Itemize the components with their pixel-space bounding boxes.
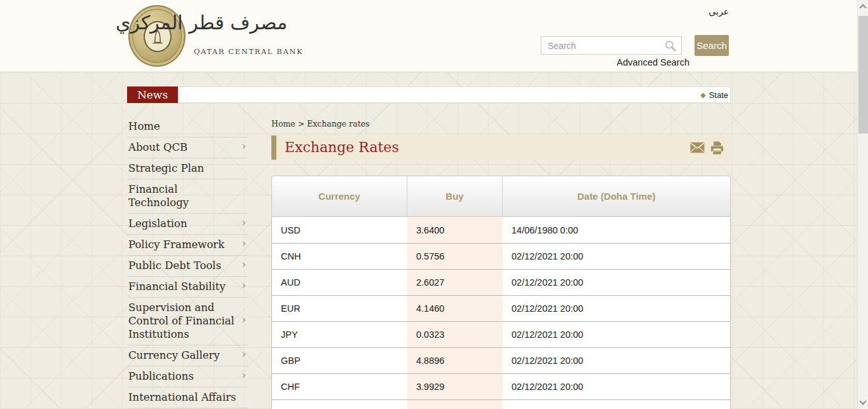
sidebar-item-label: Strategic Plan — [128, 162, 204, 174]
chevron-right-icon: › — [242, 140, 246, 153]
sidebar-item-currency-gallery[interactable]: Currency Gallery › — [127, 345, 248, 366]
chevron-right-icon: › — [242, 348, 246, 361]
chevron-right-icon: › — [242, 369, 246, 382]
table-row: JPY 0.0323 02/12/2021 20:00 — [272, 321, 730, 347]
page-title: Exchange Rates — [285, 135, 399, 160]
sidebar-item-strategic-plan[interactable]: Strategic Plan — [127, 158, 248, 179]
print-icon[interactable] — [710, 141, 724, 155]
table-header-row: Currency Buy Date (Doha Time) — [271, 176, 731, 217]
table-row: AUD 2.6027 02/12/2021 20:00 — [272, 269, 730, 295]
column-header-date: Date (Doha Time) — [503, 176, 730, 216]
qcb-logo[interactable]: مصرف قطر المركزي QATAR CENTRAL BANK — [128, 5, 281, 69]
table-row-partial — [272, 399, 730, 409]
buy-cell — [407, 400, 503, 409]
sidebar-item-financial-technology[interactable]: Financial Technology — [127, 179, 248, 214]
breadcrumb: Home > Exchange rates — [271, 116, 731, 128]
buy-cell: 0.5756 — [407, 244, 503, 269]
chevron-right-icon: › — [242, 279, 246, 293]
news-ticker-item[interactable]: State — [709, 90, 728, 100]
currency-cell: GBP — [272, 348, 407, 373]
sidebar-item-supervision-control[interactable]: Supervision and Control of Financial Ins… — [127, 298, 248, 345]
search-input[interactable] — [541, 36, 682, 55]
date-cell: 02/12/2021 20:00 — [503, 374, 730, 399]
buy-cell: 0.0323 — [407, 322, 503, 347]
browser-scrollbar[interactable] — [857, 0, 868, 409]
sidebar-item-policy-framework[interactable]: Policy Framework › — [127, 235, 248, 256]
currency-cell: CHF — [272, 374, 407, 399]
chevron-right-icon: › — [242, 237, 246, 251]
date-cell: 02/12/2021 20:00 — [503, 348, 730, 373]
breadcrumb-separator: > — [298, 119, 304, 128]
sidebar-item-label: About QCB — [128, 141, 187, 153]
diamond-bullet-icon: ◆ — [700, 91, 705, 99]
sidebar-item-label: Financial Stability — [128, 281, 226, 293]
sidebar-nav: Home About QCB › Strategic Plan Financia… — [127, 116, 248, 409]
currency-cell: AUD — [272, 270, 407, 295]
chevron-right-icon: › — [242, 258, 246, 272]
date-cell: 02/12/2021 20:00 — [503, 322, 730, 347]
table-row: GBP 4.8896 02/12/2021 20:00 — [272, 347, 730, 373]
sidebar-item-label: Financial Technology — [128, 183, 189, 209]
news-section-label: News — [127, 87, 178, 103]
page-title-banner: Exchange Rates — [271, 135, 731, 160]
sidebar-item-label: International Affairs — [128, 391, 236, 403]
sidebar-item-label: Supervision and Control of Financial Ins… — [128, 302, 234, 340]
sidebar-item-publications[interactable]: Publications › — [127, 366, 248, 387]
currency-cell: USD — [272, 217, 407, 243]
main-content: Home > Exchange rates Exchange Rates — [271, 116, 731, 128]
date-cell: 02/12/2021 20:00 — [503, 296, 730, 321]
sidebar-item-label: Publications — [128, 370, 194, 382]
currency-cell: EUR — [272, 296, 407, 321]
news-ticker: ◆ State — [178, 87, 731, 103]
buy-cell: 3.6400 — [407, 217, 503, 243]
arabic-language-link[interactable]: عربى — [709, 6, 729, 17]
breadcrumb-home-link[interactable]: Home — [271, 119, 295, 128]
search-button[interactable]: Search — [695, 35, 729, 56]
table-row: USD 3.6400 14/06/1980 0:00 — [272, 217, 730, 243]
scrollbar-down-arrow-icon[interactable] — [859, 398, 866, 405]
breadcrumb-current: Exchange rates — [307, 119, 369, 128]
buy-cell: 3.9929 — [407, 374, 503, 399]
date-cell: 02/12/2021 20:00 — [503, 270, 730, 295]
chevron-right-icon: › — [242, 314, 246, 327]
page-action-icons — [690, 135, 724, 160]
sidebar-item-home[interactable]: Home — [127, 116, 248, 137]
sidebar-item-financial-stability[interactable]: Financial Stability › — [127, 277, 248, 298]
buy-cell: 4.8896 — [407, 348, 503, 373]
currency-cell: JPY — [272, 322, 407, 347]
sidebar-item-label: Legislation — [128, 218, 187, 230]
column-header-buy: Buy — [407, 176, 503, 216]
column-header-currency: Currency — [272, 176, 407, 216]
scrollbar-thumb[interactable] — [858, 16, 868, 134]
currency-cell: CNH — [272, 244, 407, 269]
table-row: CHF 3.9929 02/12/2021 20:00 — [272, 373, 730, 399]
buy-cell: 2.6027 — [407, 270, 503, 295]
sidebar-item-international-affairs[interactable]: International Affairs — [127, 387, 248, 408]
sidebar-item-label: Home — [128, 120, 160, 132]
scrollbar-up-arrow-icon[interactable] — [859, 4, 866, 11]
title-accent-bar — [271, 135, 276, 160]
sidebar-item-legislation[interactable]: Legislation › — [127, 214, 248, 235]
table-row: EUR 4.1460 02/12/2021 20:00 — [272, 295, 730, 321]
buy-cell: 4.1460 — [407, 296, 503, 321]
sidebar-item-label: Currency Gallery — [128, 349, 220, 361]
chevron-right-icon: › — [242, 216, 246, 230]
currency-cell — [272, 400, 407, 409]
email-icon[interactable] — [690, 141, 705, 155]
table-row: CNH 0.5756 02/12/2021 20:00 — [272, 243, 730, 269]
site-header: مصرف قطر المركزي QATAR CENTRAL BANK عربى… — [0, 0, 857, 72]
sidebar-item-label: Policy Framework — [128, 239, 224, 251]
date-cell: 14/06/1980 0:00 — [503, 217, 730, 243]
sidebar-item-about-qcb[interactable]: About QCB › — [127, 137, 248, 158]
bank-name-arabic-calligraphy: مصرف قطر المركزي — [192, 11, 287, 34]
date-cell — [503, 400, 730, 409]
table-body: USD 3.6400 14/06/1980 0:00 CNH 0.5756 02… — [271, 217, 731, 409]
date-cell: 02/12/2021 20:00 — [503, 244, 730, 269]
bank-name-english: QATAR CENTRAL BANK — [194, 47, 303, 56]
sidebar-item-public-debt-tools[interactable]: Public Debt Tools › — [127, 256, 248, 277]
exchange-rates-table: Currency Buy Date (Doha Time) USD 3.6400… — [271, 176, 731, 409]
advanced-search-link[interactable]: Advanced Search — [617, 57, 689, 67]
sidebar-item-label: Public Debt Tools — [128, 260, 221, 272]
